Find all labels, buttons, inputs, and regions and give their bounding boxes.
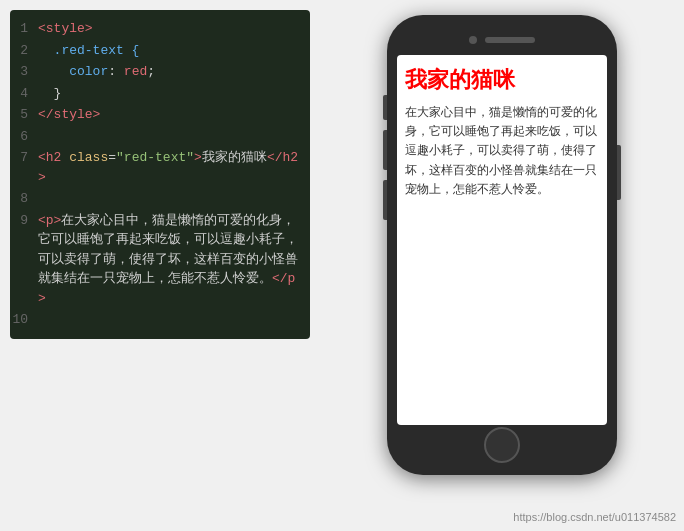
code-line: 2 .red-text { xyxy=(10,40,310,62)
code-line: 5</style> xyxy=(10,104,310,126)
code-editor: 1<style>2 .red-text {3 color: red;4 }5</… xyxy=(10,10,310,339)
line-number: 7 xyxy=(10,148,38,168)
line-content: .red-text { xyxy=(38,41,302,61)
phone-paragraph: 在大家心目中，猫是懒惰的可爱的化身，它可以睡饱了再起来吃饭，可以逗趣小耗子，可以… xyxy=(405,103,599,199)
code-line: 8 xyxy=(10,188,310,210)
line-number: 6 xyxy=(10,127,38,147)
line-number: 5 xyxy=(10,105,38,125)
line-number: 4 xyxy=(10,84,38,104)
phone-home-button[interactable] xyxy=(484,427,520,463)
code-line: 1<style> xyxy=(10,18,310,40)
line-content: <style> xyxy=(38,19,302,39)
watermark: https://blog.csdn.net/u011374582 xyxy=(513,511,676,523)
code-line: 9<p>在大家心目中，猫是懒惰的可爱的化身，它可以睡饱了再起来吃饭，可以逗趣小耗… xyxy=(10,210,310,310)
line-content: color: red; xyxy=(38,62,302,82)
phone-camera xyxy=(469,36,477,44)
phone-side-btn-vol-down xyxy=(383,180,387,220)
phone: 我家的猫咪 在大家心目中，猫是懒惰的可爱的化身，它可以睡饱了再起来吃饭，可以逗趣… xyxy=(387,15,617,475)
line-content: <h2 class="red-text">我家的猫咪</h2> xyxy=(38,148,302,187)
code-line: 6 xyxy=(10,126,310,148)
phone-side-btn-mute xyxy=(383,95,387,120)
line-number: 8 xyxy=(10,189,38,209)
line-number: 1 xyxy=(10,19,38,39)
phone-wrapper: 我家的猫咪 在大家心目中，猫是懒惰的可爱的化身，它可以睡饱了再起来吃饭，可以逗趣… xyxy=(330,10,674,475)
line-content: </style> xyxy=(38,105,302,125)
code-line: 7<h2 class="red-text">我家的猫咪</h2> xyxy=(10,147,310,188)
phone-side-btn-power xyxy=(617,145,621,200)
code-line: 10 xyxy=(10,309,310,331)
line-number: 3 xyxy=(10,62,38,82)
phone-side-btn-vol-up xyxy=(383,130,387,170)
line-number: 10 xyxy=(10,310,38,330)
code-line: 3 color: red; xyxy=(10,61,310,83)
phone-speaker xyxy=(485,37,535,43)
phone-bottom-bar xyxy=(397,425,607,465)
phone-top-bar xyxy=(397,25,607,55)
line-content: } xyxy=(38,84,302,104)
phone-heading: 我家的猫咪 xyxy=(405,65,599,95)
line-number: 9 xyxy=(10,211,38,231)
code-line: 4 } xyxy=(10,83,310,105)
line-number: 2 xyxy=(10,41,38,61)
line-content: <p>在大家心目中，猫是懒惰的可爱的化身，它可以睡饱了再起来吃饭，可以逗趣小耗子… xyxy=(38,211,302,309)
phone-screen: 我家的猫咪 在大家心目中，猫是懒惰的可爱的化身，它可以睡饱了再起来吃饭，可以逗趣… xyxy=(397,55,607,425)
